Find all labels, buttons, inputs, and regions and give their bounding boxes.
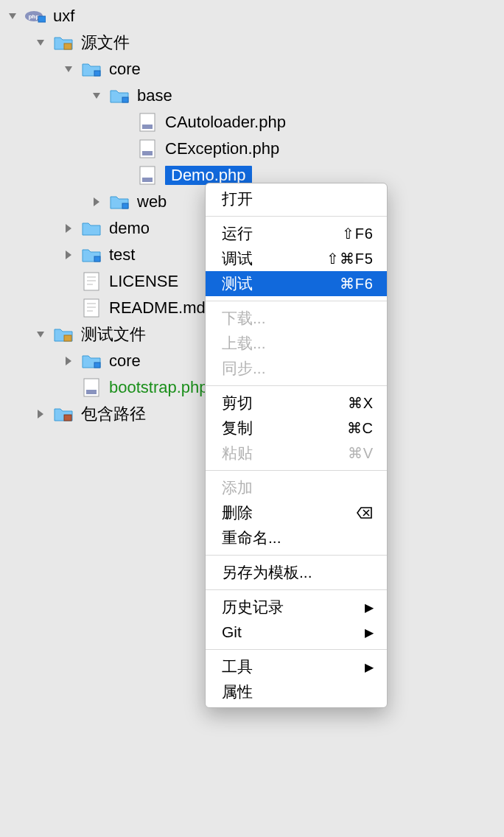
tree-label-license: LICENSE	[109, 273, 178, 290]
ctx-cut-shortcut: ⌘X	[348, 394, 374, 412]
tree-label-sources: 源文件	[81, 35, 130, 51]
ctx-debug[interactable]: 调试 ⇧⌘F5	[206, 246, 387, 271]
ctx-test-shortcut: ⌘F6	[340, 275, 374, 293]
collapse-arrow-icon[interactable]	[60, 353, 77, 369]
svg-rect-3	[38, 16, 46, 22]
submenu-arrow-icon: ▶	[365, 626, 374, 640]
submenu-arrow-icon: ▶	[365, 600, 374, 614]
ctx-download-label: 下载...	[222, 308, 266, 329]
submenu-arrow-icon: ▶	[365, 660, 374, 674]
ctx-tools[interactable]: 工具 ▶	[206, 654, 387, 679]
tree-label-web: web	[137, 194, 167, 210]
svg-rect-5	[64, 43, 71, 49]
ctx-upload-label: 上载...	[222, 333, 266, 354]
folder-source-icon	[53, 32, 74, 53]
ctx-test-label: 测试	[222, 273, 253, 294]
ctx-properties[interactable]: 属性	[206, 679, 387, 704]
expand-arrow-icon[interactable]	[88, 88, 105, 104]
folder-icon	[81, 245, 102, 265]
ctx-rename[interactable]: 重命名...	[206, 525, 387, 550]
svg-rect-21	[84, 273, 99, 290]
expand-arrow-icon[interactable]	[60, 61, 77, 77]
text-file-icon	[81, 298, 102, 318]
ctx-git[interactable]: Git ▶	[206, 620, 387, 645]
expand-arrow-icon[interactable]	[32, 326, 49, 343]
php-file-icon	[81, 377, 102, 398]
php-project-icon: php	[25, 6, 46, 27]
ctx-download: 下载...	[206, 306, 387, 331]
ctx-separator	[206, 216, 387, 217]
svg-rect-36	[64, 415, 71, 421]
tree-label-readme: README.md	[109, 300, 206, 316]
ctx-run-label: 运行	[222, 223, 253, 244]
tree-row-autoloader[interactable]: CAutoloader.php	[0, 109, 504, 136]
expand-arrow-icon[interactable]	[4, 8, 21, 24]
tree-row-exception[interactable]: CException.php	[0, 136, 504, 162]
ctx-debug-label: 调试	[222, 248, 253, 269]
collapse-arrow-icon[interactable]	[60, 220, 77, 237]
ctx-git-label: Git	[222, 623, 242, 641]
tree-row-root[interactable]: php uxf	[0, 3, 504, 29]
svg-rect-32	[94, 363, 100, 368]
folder-icon	[81, 351, 102, 371]
ctx-open-label: 打开	[222, 189, 253, 209]
folder-icon	[109, 192, 130, 212]
ctx-separator	[206, 589, 387, 590]
tree-label-core: core	[109, 61, 141, 77]
folder-test-icon	[53, 324, 74, 345]
folder-icon	[81, 59, 102, 80]
ctx-copy-shortcut: ⌘C	[347, 419, 374, 437]
ctx-cut[interactable]: 剪切 ⌘X	[206, 391, 387, 416]
ctx-delete[interactable]: 删除	[206, 500, 387, 525]
folder-plain-icon	[81, 218, 102, 239]
tree-label-root: uxf	[53, 8, 74, 24]
delete-key-icon	[356, 505, 374, 520]
tree-label-bootstrap: bootstrap.php	[109, 379, 209, 396]
tree-row-base[interactable]: base	[0, 83, 504, 109]
ctx-separator	[206, 301, 387, 301]
tree-row-core[interactable]: core	[0, 56, 504, 83]
collapse-arrow-icon[interactable]	[60, 247, 77, 263]
tree-label-includepath: 包含路径	[81, 406, 146, 422]
ctx-properties-label: 属性	[222, 682, 253, 702]
svg-rect-7	[94, 71, 100, 76]
ctx-add-label: 添加	[222, 477, 253, 498]
svg-rect-9	[122, 97, 128, 102]
ctx-debug-shortcut: ⇧⌘F5	[326, 250, 374, 267]
tree-label-core2: core	[109, 353, 141, 369]
tree-label-testfiles: 测试文件	[81, 326, 146, 343]
svg-rect-34	[86, 390, 97, 394]
svg-marker-16	[94, 197, 99, 206]
ctx-copy[interactable]: 复制 ⌘C	[206, 416, 387, 441]
ctx-test[interactable]: 测试 ⌘F6	[206, 271, 387, 296]
tree-label-test: test	[109, 247, 135, 263]
ctx-separator	[206, 470, 387, 471]
ctx-history-label: 历史记录	[222, 597, 284, 617]
ctx-history[interactable]: 历史记录 ▶	[206, 595, 387, 620]
svg-rect-17	[122, 203, 128, 209]
svg-marker-18	[66, 224, 71, 233]
ctx-delete-label: 删除	[222, 502, 253, 523]
text-file-icon	[81, 271, 102, 292]
svg-marker-29	[37, 332, 44, 337]
ctx-paste-label: 粘贴	[222, 443, 253, 463]
ctx-separator	[206, 385, 387, 386]
svg-marker-35	[38, 410, 43, 418]
ctx-run[interactable]: 运行 ⇧F6	[206, 221, 387, 246]
ctx-open[interactable]: 打开	[206, 186, 387, 211]
tree-row-sources[interactable]: 源文件	[0, 29, 504, 56]
tree-label-autoloader: CAutoloader.php	[165, 114, 286, 130]
svg-rect-11	[142, 125, 153, 129]
svg-marker-6	[65, 66, 72, 72]
ctx-save-as-template[interactable]: 另存为模板...	[206, 560, 387, 585]
expand-arrow-icon[interactable]	[32, 35, 49, 51]
svg-marker-19	[66, 251, 71, 259]
svg-rect-13	[142, 151, 153, 155]
ctx-run-shortcut: ⇧F6	[342, 225, 374, 242]
ctx-tools-label: 工具	[222, 656, 253, 677]
collapse-arrow-icon[interactable]	[32, 406, 49, 422]
folder-icon	[109, 85, 130, 106]
collapse-arrow-icon[interactable]	[88, 194, 105, 210]
ctx-upload: 上载...	[206, 331, 387, 356]
ctx-add: 添加	[206, 475, 387, 500]
